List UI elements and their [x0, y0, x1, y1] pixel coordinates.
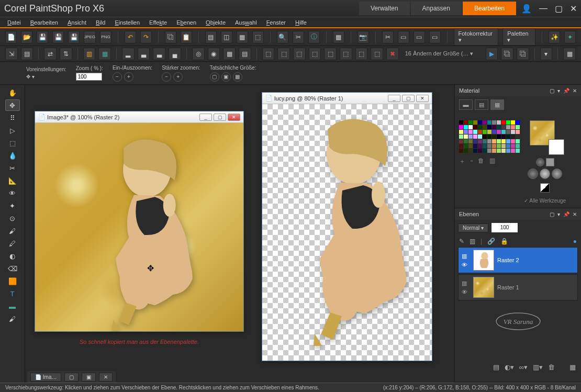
palette-color[interactable] — [473, 135, 477, 139]
palette-color[interactable] — [511, 125, 515, 129]
png-icon[interactable]: PNG — [100, 31, 111, 43]
crop-tool[interactable]: ✂ — [5, 162, 20, 174]
palette-color[interactable] — [497, 130, 501, 134]
panel-pin-icon[interactable]: 📌 — [563, 88, 569, 94]
bg-swatch[interactable] — [549, 139, 564, 155]
visibility-icon[interactable]: 👁 — [462, 289, 467, 295]
palette-save-icon[interactable]: ▥ — [489, 157, 495, 166]
panel-dropdown-icon[interactable]: ▾ — [557, 88, 560, 94]
copy-icon[interactable]: ⿻ — [165, 31, 176, 43]
palette-color[interactable] — [459, 149, 463, 153]
zoom-input[interactable] — [76, 73, 102, 81]
palette-color[interactable] — [478, 139, 482, 143]
layer-new-icon[interactable]: ▤ — [493, 363, 499, 371]
palette-color[interactable] — [478, 135, 482, 139]
sel-shrink-icon[interactable]: ⬚ — [293, 48, 306, 60]
fill-screen-button[interactable]: ▦ — [233, 72, 242, 82]
palette-color[interactable] — [473, 144, 477, 148]
palette-color[interactable] — [468, 139, 473, 143]
tab-verwalten[interactable]: Verwalten — [359, 2, 410, 15]
palette-color[interactable] — [492, 130, 496, 134]
export-icon[interactable]: ⇲ — [5, 48, 18, 60]
fit-window-button[interactable]: ▣ — [221, 72, 231, 82]
paletten-dropdown[interactable]: Paletten ▾ — [502, 28, 535, 46]
layer-mask-icon[interactable]: ▥ — [470, 238, 475, 245]
palette-color[interactable] — [464, 135, 468, 139]
texture-2-icon[interactable] — [540, 169, 550, 179]
browser-icon[interactable]: ▤ — [21, 48, 33, 60]
palette-color[interactable] — [473, 149, 477, 153]
minimize-icon[interactable]: — — [539, 4, 548, 14]
checkbox-icon[interactable]: ✓ — [524, 198, 528, 204]
palette-color[interactable] — [506, 139, 510, 143]
palette-delete-icon[interactable]: 🗑 — [478, 157, 484, 166]
zoom-in-button[interactable]: + — [124, 72, 133, 82]
palette-color[interactable] — [497, 125, 501, 129]
opacity-field[interactable]: 100 — [491, 223, 518, 232]
palette-color[interactable] — [487, 139, 491, 143]
menu-bild[interactable]: Bild — [96, 19, 105, 26]
palette-color[interactable] — [501, 135, 506, 139]
palette-color[interactable] — [511, 135, 515, 139]
palette-color[interactable] — [511, 144, 515, 148]
menu-datei[interactable]: Datei — [7, 19, 21, 26]
layer-merge-icon[interactable]: ▭ — [429, 31, 441, 43]
info-icon[interactable]: ⓘ — [308, 31, 320, 43]
palette-color[interactable] — [516, 139, 520, 143]
sel-float-icon[interactable]: ⬚ — [371, 48, 383, 60]
palette-color[interactable] — [487, 120, 491, 125]
layer-row-raster1[interactable]: ▥👁 Raster 1 — [458, 274, 578, 300]
palette-color[interactable] — [516, 149, 520, 153]
move-tool[interactable]: ✥ — [5, 99, 20, 111]
dup-icon[interactable]: ⿻ — [501, 48, 513, 60]
doc-tab-1[interactable]: 📄 Ima… — [30, 373, 61, 382]
palette-color[interactable] — [459, 125, 463, 129]
doc1-close[interactable]: ✕ — [228, 114, 240, 121]
palette-color[interactable] — [511, 149, 515, 153]
crop-icon[interactable]: ✂ — [293, 31, 304, 43]
panel-close-icon[interactable]: ✕ — [573, 88, 577, 94]
palette-color[interactable] — [492, 149, 496, 153]
clone-tool[interactable]: ⊙ — [5, 212, 20, 224]
doc2-minimize[interactable]: _ — [388, 95, 400, 102]
doc2-close[interactable]: ✕ — [416, 95, 429, 102]
zoom-in-strong-button[interactable]: + — [173, 72, 183, 82]
panel-menu-icon[interactable]: ▢ — [550, 88, 554, 94]
palette-color[interactable] — [473, 125, 477, 129]
layer-dupe-icon[interactable]: ▭ — [414, 31, 425, 43]
material-tab-3[interactable]: ▦ — [490, 99, 504, 110]
palette-color[interactable] — [501, 144, 506, 148]
palette-color[interactable] — [483, 120, 487, 125]
menu-ebenen[interactable]: Ebenen — [176, 19, 196, 26]
material-tab-2[interactable]: ▤ — [475, 99, 488, 110]
menu-effekte[interactable]: Effekte — [149, 19, 167, 26]
straighten-tool[interactable]: 📐 — [5, 175, 20, 186]
layer-fx-icon[interactable]: ● — [573, 238, 577, 245]
new-layer-icon[interactable]: ✎ — [459, 238, 464, 245]
palette-color[interactable] — [459, 144, 463, 148]
palette-color[interactable] — [516, 130, 520, 134]
resize-icon[interactable]: ◫ — [221, 31, 232, 43]
palette-color[interactable] — [511, 120, 515, 125]
palette-color[interactable] — [497, 135, 501, 139]
palette-color[interactable] — [459, 120, 463, 125]
palette-color[interactable] — [464, 125, 468, 129]
palette-color[interactable] — [501, 120, 506, 125]
style-solid-icon[interactable] — [536, 158, 544, 166]
palette-color[interactable] — [478, 149, 482, 153]
menu-hilfe[interactable]: Hilfe — [295, 19, 307, 26]
blend-mode-dropdown[interactable]: Normal ▾ — [458, 223, 488, 232]
user-icon[interactable]: 👤 — [521, 4, 532, 14]
ebenen-pin-icon[interactable]: 📌 — [563, 211, 569, 217]
palette-color[interactable] — [483, 130, 487, 134]
palette-color[interactable] — [459, 135, 463, 139]
palette-color[interactable] — [487, 135, 491, 139]
palette-color[interactable] — [506, 130, 510, 134]
doc1-maximize[interactable]: ▢ — [214, 114, 226, 121]
palette-color[interactable] — [468, 130, 473, 134]
palette-color[interactable] — [492, 125, 496, 129]
palette-color[interactable] — [497, 144, 501, 148]
link-layer-icon[interactable]: 🔗 — [487, 238, 495, 245]
palette-color[interactable] — [516, 120, 520, 125]
palette-color[interactable] — [511, 139, 515, 143]
